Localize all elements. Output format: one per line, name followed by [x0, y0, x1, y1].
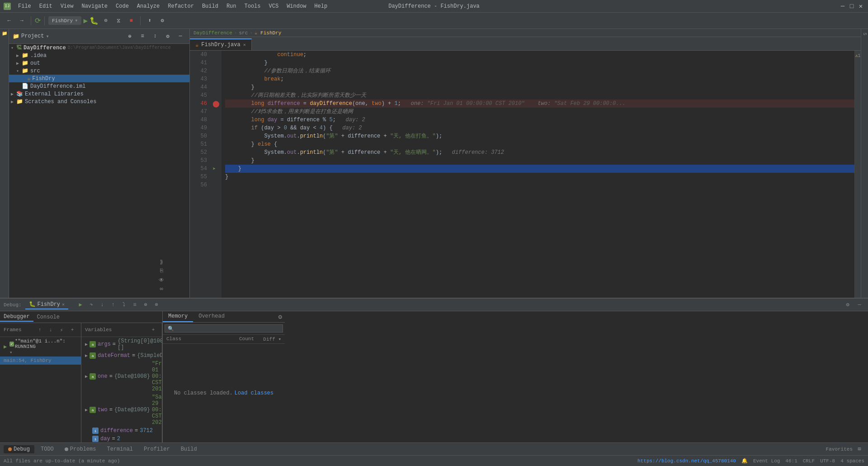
tab-profiler[interactable]: Profiler — [139, 445, 175, 453]
menu-file[interactable]: File — [14, 2, 35, 10]
sort-icon[interactable]: ↕ — [150, 31, 160, 42]
frame-item-running[interactable]: ▶ ✓ *"main"@1 i...n": RUNNING ▾ — [0, 337, 81, 357]
frame-add-icon[interactable]: + — [67, 325, 77, 335]
tab-close-button[interactable]: ✕ — [243, 42, 246, 48]
menu-navigate[interactable]: Navigate — [78, 2, 111, 10]
status-link[interactable]: https://blog.csdn.net/qq_45780140 — [637, 458, 736, 464]
run-to-cursor-button[interactable]: ⤵ — [119, 300, 129, 310]
gear-icon[interactable]: ⚙ — [162, 31, 173, 42]
menu-refactor[interactable]: Refactor — [164, 2, 198, 10]
var-item-day[interactable]: i day = 2 — [81, 435, 162, 442]
folder-src-icon: 📁 — [22, 67, 28, 74]
tab-terminal[interactable]: Terminal — [102, 445, 137, 453]
memory-tab-overhead[interactable]: Overhead — [193, 311, 230, 322]
menu-tools[interactable]: Tools — [241, 2, 264, 10]
debug-button[interactable]: 🐛 — [90, 16, 99, 25]
load-classes-link[interactable]: Load classes — [235, 390, 274, 396]
debug-hide-icon[interactable]: — — [854, 300, 864, 310]
gutter-56 — [212, 181, 222, 189]
tree-arrow-collapsed-icon: ▶ — [16, 53, 22, 58]
step-over-button[interactable]: ↷ — [86, 300, 96, 310]
tab-build[interactable]: Build — [176, 445, 202, 453]
menu-help[interactable]: Help — [311, 2, 331, 10]
breakpoints-button[interactable]: ⊕ — [141, 300, 151, 310]
tab-fishdry[interactable]: ☕ FishDry.java ✕ — [190, 38, 252, 50]
tree-item-daydifference[interactable]: ▾ 🏗 DayDifference D:\Program\Document\Ja… — [9, 44, 189, 52]
status-crlf[interactable]: CRLF — [803, 458, 815, 464]
tree-item-scratches[interactable]: ▶ 📁 Scratches and Consoles — [9, 98, 189, 105]
menu-build[interactable]: Build — [198, 2, 222, 10]
var-name-two: two — [98, 407, 108, 413]
menu-code[interactable]: Code — [112, 2, 132, 10]
debug-session-close[interactable]: ✕ — [62, 302, 65, 307]
frame-up-icon[interactable]: ↑ — [35, 325, 45, 335]
frame-down-icon[interactable]: ↓ — [46, 325, 56, 335]
breakpoint-icon[interactable]: ⬤ — [212, 100, 220, 108]
menu-analyze[interactable]: Analyze — [133, 2, 163, 10]
step-into-button[interactable]: ↓ — [97, 300, 107, 310]
toolbar-back-button[interactable]: ← — [4, 15, 14, 26]
gutter-51 — [212, 140, 222, 148]
menu-window[interactable]: Window — [283, 2, 310, 10]
profile-button[interactable]: ⧖ — [113, 15, 124, 26]
line-num-52: 52 — [190, 148, 209, 157]
menu-edit[interactable]: Edit — [36, 2, 56, 10]
minimize-button[interactable]: ─ — [839, 3, 846, 10]
code-line-48: long day = difference % 5; day: 2 — [225, 116, 854, 124]
debug-session-label: FishDry — [38, 301, 60, 308]
menu-vcs[interactable]: VCS — [265, 2, 283, 10]
menu-view[interactable]: View — [57, 2, 77, 10]
mute-breakpoints-button[interactable]: ⊗ — [151, 300, 161, 310]
var-name-day: day — [100, 436, 110, 442]
resume-button[interactable]: ▶ — [75, 300, 85, 310]
settings-button[interactable]: ⚙ — [157, 15, 168, 26]
frame-filter-icon[interactable]: ⚡ — [57, 325, 66, 335]
var-item-dateformat[interactable]: ▶ a dateFormat = {SimpleDateFormat@1007} — [81, 352, 162, 360]
hide-icon[interactable]: — — [175, 31, 186, 42]
var-item-two[interactable]: ▶ a two = {Date@1009} "Sat Feb 29 00:00:… — [81, 393, 162, 427]
expand-tools-icon[interactable]: ⊞ — [854, 444, 864, 454]
debugger-tab[interactable]: Debugger — [0, 313, 33, 322]
sidebar-project-icon[interactable]: 📁 — [2, 31, 7, 36]
memory-settings-icon[interactable]: ⚙ — [276, 311, 285, 322]
run-config-dropdown[interactable]: FishDry ▾ — [48, 16, 81, 25]
memory-tab-memory[interactable]: Memory — [163, 311, 193, 322]
tree-item-iml[interactable]: 📄 DayDifference.iml — [9, 82, 189, 90]
var-item-difference[interactable]: i difference = 3712 — [81, 427, 162, 435]
status-indent[interactable]: 4 spaces — [840, 458, 864, 464]
frame-item-main[interactable]: main:54, FishDry — [0, 357, 81, 365]
status-position[interactable]: 46:1 — [785, 458, 797, 464]
var-item-args[interactable]: ▶ a args = {String[0]@1006} [] — [81, 337, 162, 352]
stop-button[interactable]: ■ — [126, 15, 137, 26]
memory-search-input[interactable] — [165, 324, 283, 333]
tree-item-idea[interactable]: ▶ 📁 .idea — [9, 52, 189, 59]
var-add-icon[interactable]: + — [148, 325, 158, 335]
close-button[interactable]: ✕ — [857, 3, 864, 10]
tab-problems[interactable]: Problems — [60, 445, 101, 453]
tree-item-fishdry[interactable]: ☕ FishDry — [9, 75, 189, 82]
commit-button[interactable]: ⬆ — [144, 15, 155, 26]
debug-session-tab[interactable]: 🐛 FishDry ✕ — [25, 300, 68, 309]
editor-scrollbar[interactable]: ⚠ 1 — [854, 51, 861, 298]
run-button[interactable]: ▶ — [83, 16, 88, 25]
tree-item-src[interactable]: ▾ 📁 src — [9, 67, 189, 75]
collapse-icon[interactable]: ≡ — [137, 31, 148, 42]
tree-item-external-libs[interactable]: ▶ 📚 External Libraries — [9, 90, 189, 98]
locate-icon[interactable]: ⊕ — [124, 31, 135, 42]
step-out-button[interactable]: ↑ — [108, 300, 118, 310]
var-item-one[interactable]: ▶ a one = {Date@1008} "Fri Jan 01 00:00:… — [81, 360, 162, 393]
maximize-button[interactable]: □ — [848, 3, 855, 10]
evaluate-button[interactable]: ≡ — [130, 300, 140, 310]
tab-debug[interactable]: Debug — [4, 445, 34, 453]
sync-icon[interactable]: ⟳ — [35, 16, 41, 25]
toolbar-forward-button[interactable]: → — [16, 15, 27, 26]
coverage-button[interactable]: ⊙ — [100, 15, 111, 26]
tree-item-out[interactable]: ▶ 📁 out — [9, 59, 189, 67]
tab-todo[interactable]: TODO — [36, 445, 58, 453]
status-encoding[interactable]: UTF-8 — [820, 458, 835, 464]
debug-settings-icon[interactable]: ⚙ — [843, 300, 853, 310]
menu-run[interactable]: Run — [223, 2, 240, 10]
var-expand-args: ▶ — [85, 342, 88, 347]
console-tab[interactable]: Console — [33, 313, 63, 321]
code-editor[interactable]: 40 41 42 43 44 45 46 47 48 49 50 51 52 5… — [190, 51, 861, 298]
